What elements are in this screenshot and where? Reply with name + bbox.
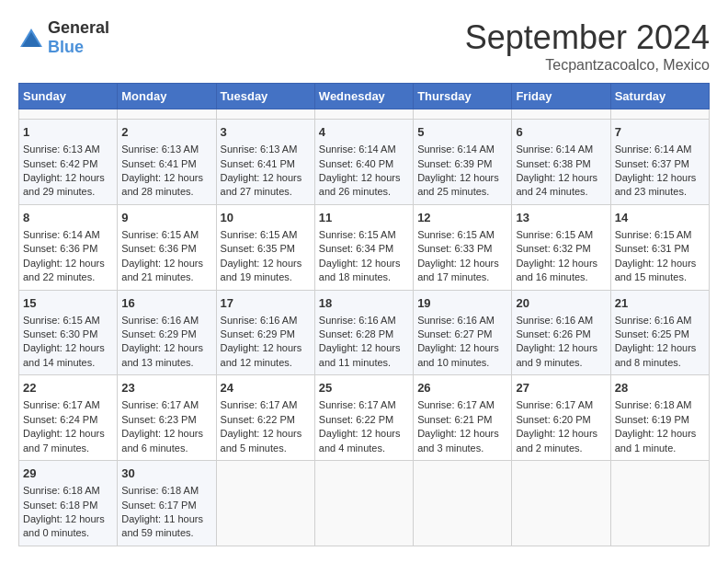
sunset-text: Sunset: 6:19 PM [615, 414, 689, 425]
sunrise-text: Sunrise: 6:16 AM [615, 315, 692, 326]
sunset-text: Sunset: 6:25 PM [615, 328, 689, 339]
sunrise-text: Sunrise: 6:13 AM [23, 144, 100, 155]
daylight-text: Daylight: 12 hours and 1 minute. [615, 428, 697, 453]
calendar-cell: 24Sunrise: 6:17 AMSunset: 6:22 PMDayligh… [216, 375, 314, 461]
calendar-cell: 12Sunrise: 6:15 AMSunset: 6:33 PMDayligh… [414, 204, 512, 290]
sunset-text: Sunset: 6:22 PM [319, 414, 393, 425]
sunrise-text: Sunrise: 6:16 AM [121, 315, 199, 326]
day-number: 27 [516, 380, 606, 396]
calendar-cell [414, 109, 512, 120]
calendar-cell: 4Sunrise: 6:14 AMSunset: 6:40 PMDaylight… [314, 120, 413, 205]
dow-header-friday: Friday [512, 84, 610, 109]
sunrise-text: Sunrise: 6:13 AM [121, 144, 199, 155]
sunset-text: Sunset: 6:26 PM [516, 328, 590, 339]
calendar-cell: 30Sunrise: 6:18 AMSunset: 6:17 PMDayligh… [118, 461, 216, 546]
daylight-text: Daylight: 11 hours and 59 minutes. [121, 513, 203, 538]
day-number: 17 [221, 295, 311, 312]
sunset-text: Sunset: 6:24 PM [23, 414, 97, 425]
calendar-cell [314, 109, 413, 120]
day-number: 21 [615, 295, 705, 312]
calendar-cell [118, 109, 216, 120]
dow-header-saturday: Saturday [610, 84, 709, 109]
sunset-text: Sunset: 6:31 PM [615, 243, 689, 254]
day-number: 10 [221, 210, 311, 226]
daylight-text: Daylight: 12 hours and 19 minutes. [221, 258, 302, 282]
logo-blue-text: Blue [48, 38, 84, 56]
sunset-text: Sunset: 6:41 PM [121, 158, 196, 169]
day-number: 5 [417, 124, 507, 141]
sunrise-text: Sunrise: 6:18 AM [121, 485, 199, 496]
daylight-text: Daylight: 12 hours and 13 minutes. [121, 342, 203, 367]
sunrise-text: Sunrise: 6:18 AM [23, 485, 100, 496]
daylight-text: Daylight: 12 hours and 16 minutes. [516, 258, 597, 282]
calendar-cell: 29Sunrise: 6:18 AMSunset: 6:18 PMDayligh… [19, 461, 118, 546]
daylight-text: Daylight: 12 hours and 29 minutes. [23, 172, 105, 197]
calendar-cell [610, 109, 709, 120]
daylight-text: Daylight: 12 hours and 18 minutes. [319, 258, 401, 282]
sunrise-text: Sunrise: 6:14 AM [615, 144, 692, 155]
header: General Blue September 2024 Tecpantzacoa… [18, 18, 710, 74]
calendar-cell [610, 461, 709, 546]
calendar-table: SundayMondayTuesdayWednesdayThursdayFrid… [18, 83, 710, 546]
day-number: 14 [615, 210, 705, 226]
day-number: 20 [516, 295, 606, 312]
dow-header-monday: Monday [118, 84, 216, 109]
sunrise-text: Sunrise: 6:17 AM [121, 399, 199, 410]
daylight-text: Daylight: 12 hours and 17 minutes. [417, 258, 499, 282]
sunset-text: Sunset: 6:42 PM [23, 158, 97, 169]
sunrise-text: Sunrise: 6:15 AM [221, 229, 298, 240]
calendar-cell: 9Sunrise: 6:15 AMSunset: 6:36 PMDaylight… [118, 204, 216, 290]
sunset-text: Sunset: 6:23 PM [121, 414, 196, 425]
day-number: 22 [23, 380, 113, 396]
day-number: 24 [221, 380, 311, 396]
calendar-cell: 16Sunrise: 6:16 AMSunset: 6:29 PMDayligh… [118, 290, 216, 375]
day-number: 15 [23, 295, 113, 312]
daylight-text: Daylight: 12 hours and 7 minutes. [23, 428, 105, 453]
day-number: 23 [121, 380, 211, 396]
calendar-cell: 1Sunrise: 6:13 AMSunset: 6:42 PMDaylight… [19, 120, 118, 205]
sunrise-text: Sunrise: 6:13 AM [221, 144, 298, 155]
daylight-text: Daylight: 12 hours and 27 minutes. [221, 172, 302, 197]
sunrise-text: Sunrise: 6:15 AM [615, 229, 692, 240]
sunset-text: Sunset: 6:36 PM [121, 243, 196, 254]
calendar-cell: 23Sunrise: 6:17 AMSunset: 6:23 PMDayligh… [118, 375, 216, 461]
calendar-cell: 10Sunrise: 6:15 AMSunset: 6:35 PMDayligh… [216, 204, 314, 290]
sunrise-text: Sunrise: 6:15 AM [121, 229, 199, 240]
title-area: September 2024 Tecpantzacoalco, Mexico [465, 18, 710, 74]
day-number: 11 [319, 210, 409, 226]
sunrise-text: Sunrise: 6:17 AM [319, 399, 396, 410]
day-number: 28 [615, 380, 705, 396]
daylight-text: Daylight: 12 hours and 22 minutes. [23, 258, 105, 282]
logo-icon [18, 25, 44, 51]
daylight-text: Daylight: 12 hours and 12 minutes. [221, 342, 302, 367]
sunrise-text: Sunrise: 6:16 AM [319, 315, 396, 326]
daylight-text: Daylight: 12 hours and 10 minutes. [417, 342, 499, 367]
daylight-text: Daylight: 12 hours and 28 minutes. [121, 172, 203, 197]
sunrise-text: Sunrise: 6:17 AM [23, 399, 100, 410]
day-number: 4 [319, 124, 409, 141]
day-number: 9 [121, 210, 211, 226]
sunset-text: Sunset: 6:39 PM [417, 158, 492, 169]
sunset-text: Sunset: 6:41 PM [221, 158, 295, 169]
calendar-cell [512, 461, 610, 546]
sunrise-text: Sunrise: 6:17 AM [221, 399, 298, 410]
calendar-cell: 19Sunrise: 6:16 AMSunset: 6:27 PMDayligh… [414, 290, 512, 375]
sunrise-text: Sunrise: 6:18 AM [615, 399, 692, 410]
daylight-text: Daylight: 12 hours and 2 minutes. [516, 428, 597, 453]
daylight-text: Daylight: 12 hours and 6 minutes. [121, 428, 203, 453]
daylight-text: Daylight: 12 hours and 26 minutes. [319, 172, 401, 197]
calendar-week-2: 8Sunrise: 6:14 AMSunset: 6:36 PMDaylight… [19, 204, 710, 290]
sunrise-text: Sunrise: 6:14 AM [417, 144, 495, 155]
calendar-cell: 22Sunrise: 6:17 AMSunset: 6:24 PMDayligh… [19, 375, 118, 461]
daylight-text: Daylight: 12 hours and 5 minutes. [221, 428, 302, 453]
sunrise-text: Sunrise: 6:16 AM [221, 315, 298, 326]
sunset-text: Sunset: 6:28 PM [319, 328, 393, 339]
daylight-text: Daylight: 12 hours and 11 minutes. [319, 342, 401, 367]
day-number: 7 [615, 124, 705, 141]
calendar-cell: 17Sunrise: 6:16 AMSunset: 6:29 PMDayligh… [216, 290, 314, 375]
daylight-text: Daylight: 12 hours and 24 minutes. [516, 172, 597, 197]
logo: General Blue [18, 18, 109, 57]
calendar-cell: 8Sunrise: 6:14 AMSunset: 6:36 PMDaylight… [19, 204, 118, 290]
calendar-cell: 2Sunrise: 6:13 AMSunset: 6:41 PMDaylight… [118, 120, 216, 205]
calendar-cell [512, 109, 610, 120]
